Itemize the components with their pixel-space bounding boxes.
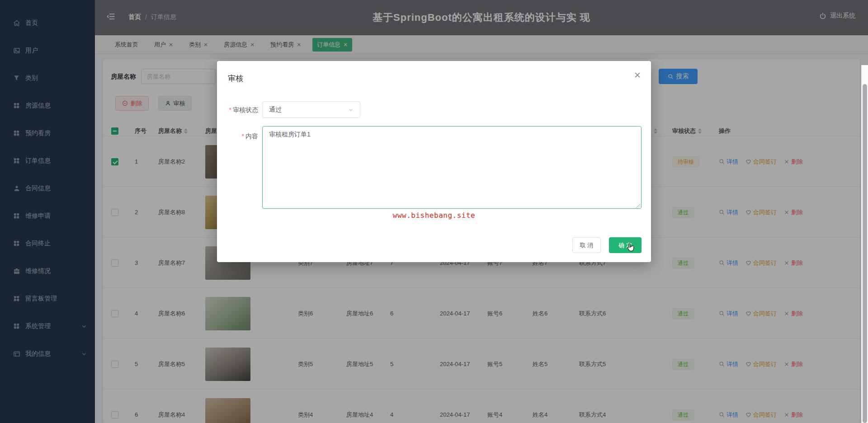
chevron-down-icon [348,107,354,113]
cancel-button[interactable]: 取 消 [572,237,601,253]
watermark-link: www.bishebang.site [217,211,651,220]
required-asterisk: * [242,132,244,140]
status-field-label: *审核状态 [217,106,258,114]
required-asterisk: * [229,106,231,113]
content-textarea[interactable]: 审核租房订单1 [262,126,642,209]
scrollbar-thumb[interactable] [863,84,867,423]
status-select[interactable]: 通过 [262,101,360,118]
app-screen: 首页用户类别房源信息预约看房订单信息合同信息维修申请合同终止维修情况留言板管理系… [0,0,868,423]
textarea-resize-handle[interactable] [636,204,641,208]
mouse-cursor-icon [625,242,636,255]
status-select-value: 通过 [269,106,282,114]
content-field-label: *内容 [217,132,258,141]
close-icon[interactable]: ✕ [634,71,641,80]
audit-modal: 审核 ✕ *审核状态 通过 *内容 审核租房订单1 www.bishebang.… [217,61,651,262]
scrollbar-track[interactable] [861,65,868,423]
modal-title: 审核 [228,73,243,84]
